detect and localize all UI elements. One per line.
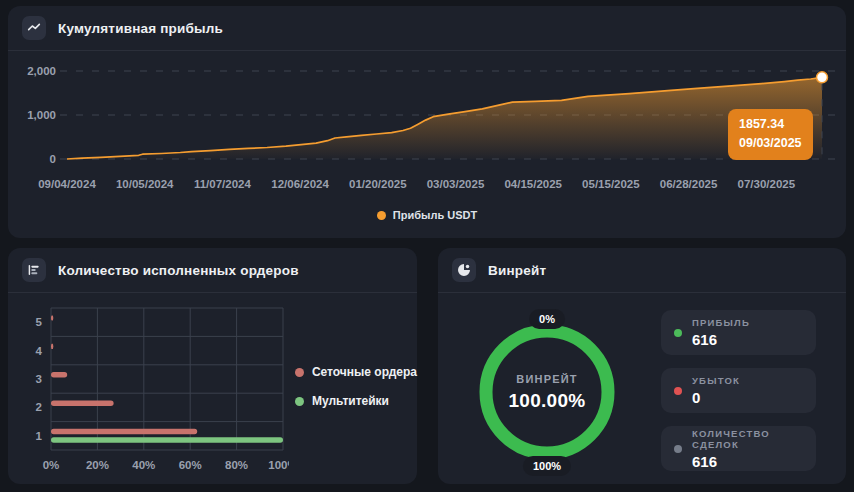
stat-card-loss: УБЫТОК 0	[661, 368, 816, 413]
winrate-center-label: ВИНРЕЙТ	[516, 373, 578, 385]
total-trades-dot	[674, 445, 682, 453]
orders-bar-chart[interactable]: 0%20%40%60%80%100%54321	[16, 303, 289, 481]
svg-text:20%: 20%	[86, 459, 109, 471]
stat-card-total-trades: КОЛИЧЕСТВО СДЕЛОК 616	[661, 426, 816, 471]
svg-text:0: 0	[50, 153, 56, 165]
svg-text:4: 4	[36, 345, 43, 357]
svg-text:40%: 40%	[132, 459, 155, 471]
legend-label-multitakes: Мультитейки	[312, 394, 389, 408]
cumulative-profit-panel: Кумулятивная прибыль 2,0001,000009/04/20…	[8, 6, 846, 238]
svg-text:03/03/2025: 03/03/2025	[427, 178, 485, 190]
svg-text:09/04/2024: 09/04/2024	[38, 178, 96, 190]
legend-dot-grid-orders	[295, 368, 304, 377]
cumulative-profit-chart-area: 2,0001,000009/04/202410/05/202411/07/202…	[8, 57, 846, 201]
stat-label-profit: ПРИБЫЛЬ	[692, 317, 750, 328]
stat-value-total-trades: 616	[692, 453, 803, 470]
bottom-row: Количество исполненных ордеров 0%20%40%6…	[8, 248, 846, 484]
cumulative-profit-chart[interactable]: 2,0001,000009/04/202410/05/202411/07/202…	[8, 57, 846, 197]
svg-text:10/05/2024: 10/05/2024	[116, 178, 174, 190]
orders-chart-area: 0%20%40%60%80%100%54321 Сеточные ордера …	[8, 293, 417, 481]
profit-dot	[674, 329, 682, 337]
bar-chart-horizontal-icon	[22, 258, 46, 282]
winrate-center-value: 100.00%	[508, 390, 585, 412]
executed-orders-panel: Количество исполненных ордеров 0%20%40%6…	[8, 248, 417, 484]
loss-dot	[674, 387, 682, 395]
winrate-panel: Винрейт ВИНРЕЙТ 100.00% 0% 100%	[438, 248, 846, 484]
divider	[8, 50, 846, 51]
legend-dot-profit	[377, 211, 386, 220]
svg-text:3: 3	[36, 373, 42, 385]
winrate-bottom-badge: 100%	[523, 456, 571, 476]
winrate-stats: ПРИБЫЛЬ 616 УБЫТОК 0 К	[661, 310, 816, 471]
legend-label-grid-orders: Сеточные ордера	[312, 365, 417, 379]
chart-legend: Прибыль USDT	[8, 209, 846, 221]
svg-text:2,000: 2,000	[27, 65, 56, 77]
panel-title: Количество исполненных ордеров	[58, 263, 299, 278]
pie-chart-icon	[452, 258, 476, 282]
svg-text:5: 5	[36, 316, 43, 328]
svg-text:01/20/2025: 01/20/2025	[349, 178, 407, 190]
winrate-top-badge: 0%	[529, 309, 565, 329]
svg-text:11/07/2024: 11/07/2024	[194, 178, 252, 190]
svg-text:60%: 60%	[179, 459, 202, 471]
chart-tooltip: 1857.34 09/03/2025	[728, 109, 813, 160]
svg-text:0%: 0%	[43, 459, 60, 471]
winrate-header: Винрейт	[438, 248, 846, 292]
svg-text:80%: 80%	[225, 459, 248, 471]
dashboard: Кумулятивная прибыль 2,0001,000009/04/20…	[0, 0, 854, 492]
svg-text:05/15/2025: 05/15/2025	[582, 178, 640, 190]
legend-label-profit: Прибыль USDT	[393, 209, 477, 221]
legend-dot-multitakes	[295, 397, 304, 406]
svg-text:1: 1	[36, 430, 43, 442]
stat-value-profit: 616	[692, 331, 750, 348]
cumulative-profit-header: Кумулятивная прибыль	[8, 6, 846, 50]
tooltip-date: 09/03/2025	[739, 134, 802, 153]
winrate-body: ВИНРЕЙТ 100.00% 0% 100% ПРИБЫЛЬ 616	[438, 293, 846, 471]
line-chart-icon	[22, 16, 46, 40]
svg-text:07/30/2025: 07/30/2025	[738, 178, 796, 190]
stat-label-total-trades: КОЛИЧЕСТВО СДЕЛОК	[692, 428, 803, 450]
winrate-center: ВИНРЕЙТ 100.00%	[472, 317, 622, 467]
legend-item-grid-orders: Сеточные ордера	[295, 365, 417, 379]
executed-orders-header: Количество исполненных ордеров	[8, 248, 417, 292]
stat-card-profit: ПРИБЫЛЬ 616	[661, 310, 816, 355]
stat-label-loss: УБЫТОК	[692, 375, 740, 386]
winrate-donut: ВИНРЕЙТ 100.00% 0% 100%	[472, 317, 622, 467]
svg-text:04/15/2025: 04/15/2025	[504, 178, 562, 190]
svg-text:06/28/2025: 06/28/2025	[660, 178, 718, 190]
panel-title: Винрейт	[488, 263, 546, 278]
svg-text:1,000: 1,000	[27, 109, 56, 121]
tooltip-value: 1857.34	[739, 115, 802, 134]
svg-text:12/06/2024: 12/06/2024	[271, 178, 329, 190]
svg-text:2: 2	[36, 401, 42, 413]
panel-title: Кумулятивная прибыль	[58, 21, 223, 36]
legend-item-multitakes: Мультитейки	[295, 394, 417, 408]
stat-value-loss: 0	[692, 389, 740, 406]
svg-text:100%: 100%	[268, 459, 289, 471]
orders-legend: Сеточные ордера Мультитейки	[295, 365, 417, 481]
